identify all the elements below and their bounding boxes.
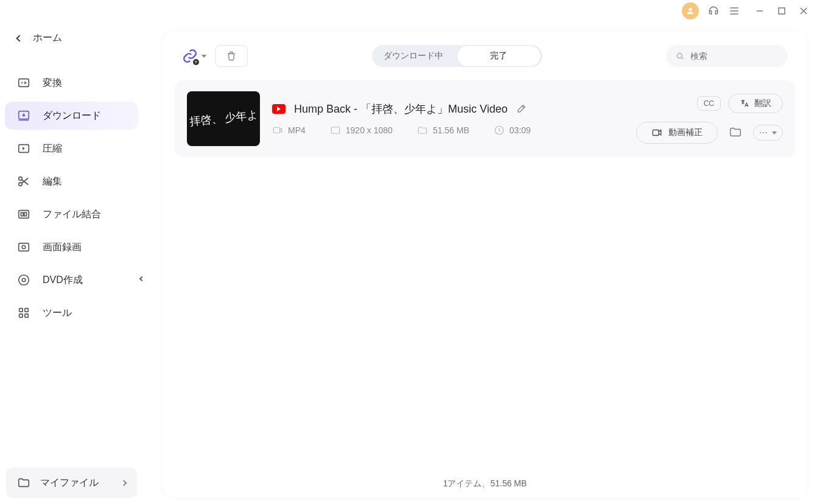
bottom-actions: 動画補正 ⋯ xyxy=(636,122,783,144)
sidebar-item-record[interactable]: 画面録画 xyxy=(5,233,138,261)
more-actions-button[interactable]: ⋯ xyxy=(753,125,783,141)
chevron-left-icon xyxy=(16,35,23,41)
search-input-wrapper[interactable] xyxy=(666,45,788,67)
svg-rect-9 xyxy=(19,243,29,251)
disc-icon xyxy=(17,273,30,287)
tab-completed[interactable]: 完了 xyxy=(457,45,541,67)
plus-badge-icon: + xyxy=(193,59,199,65)
sidebar-item-label: 編集 xyxy=(43,175,62,188)
svg-point-12 xyxy=(22,278,26,282)
translate-label: 翻訳 xyxy=(754,98,771,109)
subtitle-cc-button[interactable]: CC xyxy=(697,96,721,111)
footer-status: 1アイテム、51.56 MB xyxy=(163,470,807,498)
svg-rect-7 xyxy=(21,212,23,216)
sidebar-home[interactable]: ホーム xyxy=(0,24,143,52)
sidebar-list: 変換 ダウンロード 圧縮 編集 ファイル結合 xyxy=(0,69,143,327)
svg-point-5 xyxy=(19,183,23,186)
sidebar-item-label: ツール xyxy=(43,307,72,320)
top-actions: CC 翻訳 xyxy=(697,94,783,113)
caret-down-icon xyxy=(772,131,777,135)
close-button[interactable] xyxy=(799,6,808,16)
maximize-button[interactable] xyxy=(777,6,787,16)
sidebar: ホーム 変換 ダウンロード 圧縮 編集 xyxy=(0,0,143,504)
sidebar-collapse-handle[interactable] xyxy=(137,268,147,290)
svg-rect-16 xyxy=(25,314,29,318)
home-label: ホーム xyxy=(33,32,62,44)
compress-icon xyxy=(17,142,30,155)
svg-point-11 xyxy=(19,275,29,285)
menu-icon[interactable] xyxy=(728,5,740,17)
search-input[interactable] xyxy=(690,51,778,61)
user-avatar[interactable] xyxy=(682,2,699,19)
svg-rect-21 xyxy=(331,127,340,134)
chevron-right-icon xyxy=(121,480,127,486)
add-url-button[interactable]: + xyxy=(182,48,206,64)
trash-icon xyxy=(226,51,237,61)
sparkle-video-icon xyxy=(651,127,662,138)
sidebar-item-label: ファイル結合 xyxy=(43,208,101,221)
link-icon: + xyxy=(182,48,198,64)
tab-downloading[interactable]: ダウンロード中 xyxy=(372,45,455,67)
meta-duration: 03:09 xyxy=(494,125,531,136)
svg-marker-3 xyxy=(23,147,25,150)
svg-rect-6 xyxy=(19,211,29,219)
toolbar: + ダウンロード中 完了 xyxy=(163,32,807,80)
svg-rect-15 xyxy=(19,314,23,318)
minimize-button[interactable] xyxy=(755,6,765,16)
content-card: + ダウンロード中 完了 xyxy=(163,32,807,498)
svg-rect-20 xyxy=(273,128,280,133)
meta-format: MP4 xyxy=(272,125,306,136)
sidebar-item-edit[interactable]: 編集 xyxy=(5,167,138,195)
translate-icon xyxy=(740,99,749,108)
window-controls xyxy=(755,6,808,16)
sidebar-item-label: 変換 xyxy=(43,77,62,89)
chevron-left-icon xyxy=(139,276,144,281)
resolution-icon xyxy=(330,125,341,136)
sidebar-item-compress[interactable]: 圧縮 xyxy=(5,135,138,163)
svg-point-10 xyxy=(22,245,26,249)
tab-segmented-control: ダウンロード中 完了 xyxy=(372,45,542,67)
sidebar-item-label: ダウンロード xyxy=(43,110,101,122)
thumbnail-text: 拝啓、 少年よ xyxy=(189,109,258,128)
translate-button[interactable]: 翻訳 xyxy=(728,94,783,113)
svg-point-19 xyxy=(677,53,682,58)
myfiles-button[interactable]: マイファイル xyxy=(6,467,137,498)
convert-icon xyxy=(17,76,30,89)
clock-icon xyxy=(494,125,505,136)
sidebar-item-merge[interactable]: ファイル結合 xyxy=(5,200,138,228)
sidebar-item-label: 圧縮 xyxy=(43,142,62,155)
delete-button[interactable] xyxy=(215,45,248,67)
svg-rect-0 xyxy=(19,79,29,87)
caret-down-icon xyxy=(202,55,206,58)
svg-rect-18 xyxy=(779,8,785,14)
sidebar-item-convert[interactable]: 変換 xyxy=(5,69,138,97)
grid-icon xyxy=(17,306,30,320)
sidebar-item-download[interactable]: ダウンロード xyxy=(5,102,138,130)
download-item: 拝啓、 少年よ Hump Back - 「拝啓、少年よ」Music Video … xyxy=(175,80,795,157)
folder-size-icon xyxy=(417,125,428,136)
folder-open-icon xyxy=(729,125,742,139)
svg-rect-8 xyxy=(24,212,27,216)
svg-rect-13 xyxy=(19,309,23,312)
status-text: 1アイテム、51.56 MB xyxy=(443,478,527,488)
video-thumbnail[interactable]: 拝啓、 少年よ xyxy=(187,91,260,146)
record-icon xyxy=(17,240,30,254)
titlebar xyxy=(143,0,817,22)
edit-title-button[interactable] xyxy=(516,103,527,116)
enhance-button[interactable]: 動画補正 xyxy=(636,122,718,144)
svg-rect-23 xyxy=(653,130,659,136)
meta-size: 51.56 MB xyxy=(417,125,469,136)
download-list: 拝啓、 少年よ Hump Back - 「拝啓、少年よ」Music Video … xyxy=(163,80,807,470)
video-file-icon xyxy=(272,125,283,136)
youtube-icon xyxy=(272,104,286,114)
support-icon[interactable] xyxy=(707,5,720,17)
sidebar-item-tools[interactable]: ツール xyxy=(5,299,138,327)
tab-label: ダウンロード中 xyxy=(384,51,443,61)
open-folder-button[interactable] xyxy=(729,125,742,141)
sidebar-item-dvd[interactable]: DVD作成 xyxy=(5,266,138,294)
folder-icon xyxy=(17,476,30,489)
size-value: 51.56 MB xyxy=(433,125,469,135)
ellipsis-icon: ⋯ xyxy=(759,128,768,138)
myfiles-label: マイファイル xyxy=(40,477,99,489)
sidebar-item-label: 画面録画 xyxy=(43,241,82,254)
